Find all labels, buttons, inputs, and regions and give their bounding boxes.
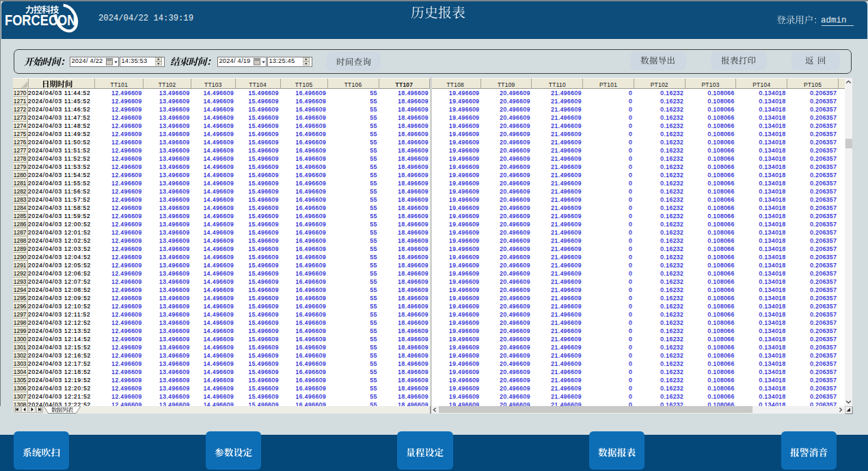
svg-text:FORCECON: FORCECON [5,12,77,29]
